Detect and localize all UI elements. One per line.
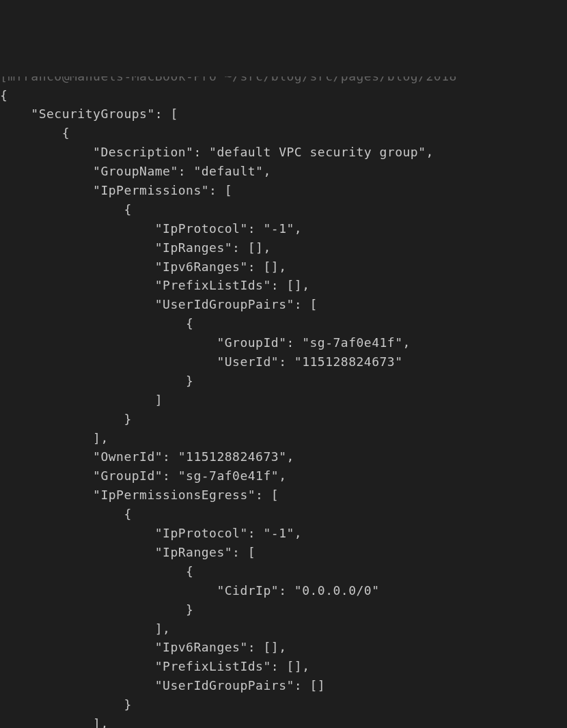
json-output: { "SecurityGroups": [ { "Description": "… <box>0 88 434 728</box>
prompt-line: [mfranco@Manuels-MacBook-Pro ~/src/blog/… <box>0 76 567 86</box>
prompt-text: [mfranco@Manuels-MacBook-Pro ~/src/blog/… <box>0 76 457 86</box>
terminal-output[interactable]: [mfranco@Manuels-MacBook-Pro ~/src/blog/… <box>0 76 567 728</box>
